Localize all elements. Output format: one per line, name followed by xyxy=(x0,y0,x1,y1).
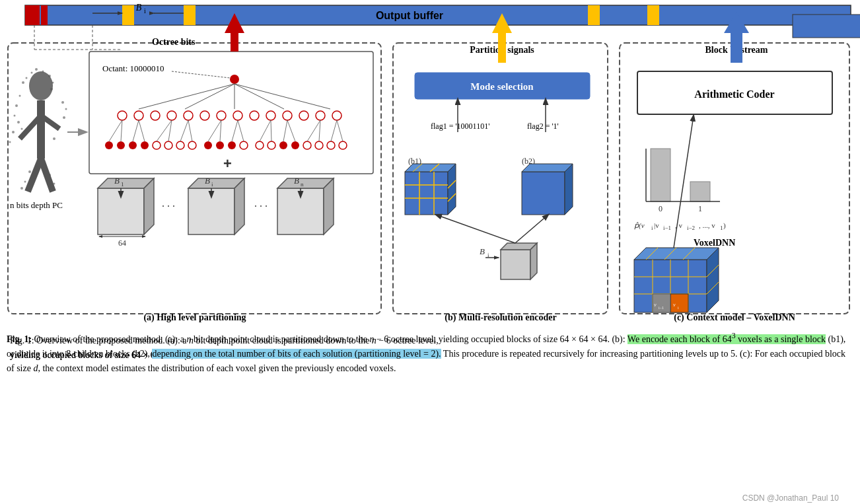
svg-point-73 xyxy=(129,141,137,149)
svg-text:+: + xyxy=(223,155,232,172)
svg-text:64: 64 xyxy=(118,238,126,248)
svg-marker-116 xyxy=(144,178,154,234)
svg-point-71 xyxy=(105,141,113,149)
flag1-label: flag1 = '10001101' xyxy=(431,122,489,131)
svg-marker-182 xyxy=(634,248,719,260)
svg-point-35 xyxy=(21,128,23,130)
svg-point-32 xyxy=(15,104,18,107)
svg-rect-4 xyxy=(184,5,196,25)
svg-point-46 xyxy=(48,174,51,176)
svg-rect-3 xyxy=(122,5,134,25)
svg-rect-166 xyxy=(651,149,670,201)
svg-marker-123 xyxy=(234,178,244,234)
section-b-label: (b) Multi-resolution encoder xyxy=(445,312,556,323)
svg-line-22 xyxy=(41,159,53,192)
svg-rect-167 xyxy=(690,182,710,201)
output-buffer-label: Output buffer xyxy=(376,10,443,21)
svg-point-44 xyxy=(24,181,26,183)
arithmetic-coder-label: Arithmetic Coder xyxy=(694,89,774,100)
svg-rect-157 xyxy=(501,250,530,279)
svg-point-23 xyxy=(22,81,24,84)
section-c-label: (c) Context model – VoxelDNN xyxy=(674,312,795,323)
svg-point-85 xyxy=(279,141,287,149)
flag2-label: flag2 = '1' xyxy=(527,122,559,131)
svg-point-41 xyxy=(57,128,59,130)
svg-point-36 xyxy=(12,131,15,133)
svg-text:i: i xyxy=(144,7,146,15)
svg-text:· · ·: · · · xyxy=(254,201,268,212)
svg-marker-130 xyxy=(324,178,334,234)
svg-text:i−2: i−2 xyxy=(687,225,695,231)
voxeldnn-label: VoxelDNN xyxy=(694,238,735,248)
svg-point-34 xyxy=(17,121,20,124)
svg-marker-143 xyxy=(448,164,456,215)
svg-text:i: i xyxy=(651,225,653,231)
diagram-svg: Output buffer B i xyxy=(0,0,860,504)
svg-line-160 xyxy=(436,215,515,243)
octree-bits-label: Octree bits xyxy=(152,37,196,47)
svg-point-81 xyxy=(228,141,236,149)
svg-point-47 xyxy=(54,183,55,185)
svg-point-25 xyxy=(31,72,33,74)
svg-text:B: B xyxy=(205,176,210,186)
octant-label: Octant: 10000010 xyxy=(102,63,164,73)
svg-point-42 xyxy=(53,137,55,140)
svg-point-24 xyxy=(26,77,28,79)
svg-text:B: B xyxy=(136,3,142,13)
svg-text:v: v xyxy=(673,302,676,308)
svg-rect-162 xyxy=(793,15,860,38)
svg-point-29 xyxy=(52,82,54,84)
n-bits-label: n bits depth PC xyxy=(10,200,63,210)
section-a-label: (a) High level partitioning xyxy=(143,312,246,323)
svg-text:p̂(v: p̂(v xyxy=(634,221,645,230)
svg-point-72 xyxy=(117,141,125,149)
svg-point-30 xyxy=(50,88,53,90)
svg-text:|v: |v xyxy=(654,221,659,229)
svg-marker-183 xyxy=(707,248,719,312)
svg-point-50 xyxy=(230,75,239,84)
mode-selection-label: Mode selection xyxy=(470,81,534,92)
svg-point-37 xyxy=(9,141,11,143)
svg-point-33 xyxy=(14,115,16,117)
svg-rect-141 xyxy=(405,172,448,215)
svg-rect-6 xyxy=(647,5,659,25)
svg-point-38 xyxy=(61,101,64,104)
svg-rect-5 xyxy=(588,5,600,25)
svg-point-80 xyxy=(216,141,224,149)
svg-text:1: 1 xyxy=(698,204,702,213)
bi-section-b-label: B xyxy=(480,246,485,256)
svg-marker-154 xyxy=(565,164,573,215)
svg-point-27 xyxy=(42,71,44,73)
svg-text:v: v xyxy=(654,302,657,308)
svg-point-39 xyxy=(65,108,67,110)
svg-marker-159 xyxy=(530,243,537,279)
svg-line-21 xyxy=(28,159,41,192)
svg-text:1: 1 xyxy=(720,225,723,231)
svg-text:, ..., v: , ..., v xyxy=(699,221,715,229)
svg-point-43 xyxy=(28,170,31,173)
svg-text:B: B xyxy=(114,176,120,186)
svg-point-45 xyxy=(20,187,23,190)
svg-line-161 xyxy=(515,215,548,243)
svg-rect-152 xyxy=(522,172,565,215)
svg-text:B: B xyxy=(294,176,299,186)
svg-text:1: 1 xyxy=(121,181,124,188)
svg-point-40 xyxy=(63,116,65,119)
main-container: Output buffer B i xyxy=(0,0,860,504)
watermark: CSDN @Jonathan_Paul 10 xyxy=(742,493,840,503)
svg-text:i−1: i−1 xyxy=(663,225,671,231)
svg-text:· · ·: · · · xyxy=(162,201,175,212)
svg-marker-153 xyxy=(522,164,573,172)
svg-point-86 xyxy=(291,141,299,149)
svg-rect-1 xyxy=(25,5,40,25)
svg-rect-2 xyxy=(41,5,48,25)
svg-point-28 xyxy=(48,75,51,77)
svg-text:i−1: i−1 xyxy=(659,306,664,310)
svg-text:n: n xyxy=(301,181,304,188)
svg-text:): ) xyxy=(723,221,726,230)
svg-point-79 xyxy=(204,141,212,149)
svg-point-26 xyxy=(35,68,38,71)
svg-point-31 xyxy=(19,95,21,97)
svg-text:0: 0 xyxy=(659,204,663,213)
svg-marker-142 xyxy=(405,164,456,172)
